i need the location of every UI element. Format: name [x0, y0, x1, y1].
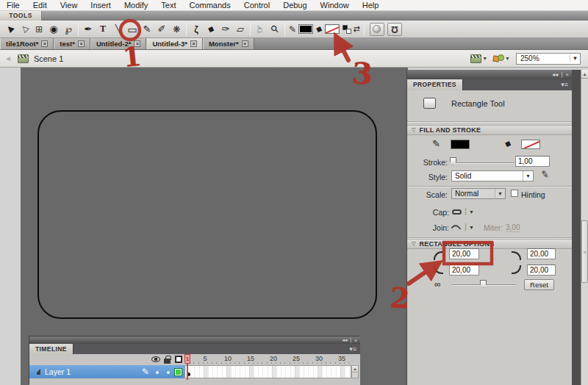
- hand-tool[interactable]: ☞: [253, 22, 268, 37]
- tab-close-icon[interactable]: ×: [190, 40, 197, 47]
- section-collapse-icon[interactable]: ▽: [412, 127, 416, 133]
- menu-item-debug[interactable]: Debug: [276, 0, 313, 11]
- tools-panel-tab[interactable]: TOOLS: [0, 11, 42, 21]
- zoom-tool[interactable]: ⚲: [268, 22, 282, 37]
- document-tab-test[interactable]: test*×: [54, 38, 90, 49]
- scroll-up-arrow-icon[interactable]: ▲: [581, 70, 588, 79]
- edit-symbols-button[interactable]: ▼: [493, 54, 510, 63]
- menu-item-help[interactable]: Help: [356, 0, 386, 11]
- menu-item-modify[interactable]: Modify: [118, 0, 154, 11]
- corner-radius-top-left-input[interactable]: [449, 248, 479, 259]
- corner-radius-slider-thumb[interactable]: [480, 280, 487, 288]
- stroke-weight-input[interactable]: [515, 156, 550, 167]
- scroll-up-arrow-icon[interactable]: ▲: [352, 366, 358, 373]
- selection-tool[interactable]: ▶: [2, 22, 17, 37]
- zoom-level-dropdown[interactable]: 250% ▼: [516, 53, 581, 65]
- layer-row[interactable]: Layer 1 ✎: [29, 365, 184, 378]
- default-colors-icon[interactable]: [343, 25, 351, 34]
- stroke-color-swatch[interactable]: [451, 140, 470, 149]
- edit-stroke-style-icon[interactable]: ✎: [540, 168, 550, 181]
- corner-radius-bottom-right-input[interactable]: [527, 265, 556, 276]
- panel-menu-icon[interactable]: ▾≡: [561, 79, 572, 90]
- bone-tool[interactable]: ζ: [189, 22, 204, 37]
- document-tab-monster[interactable]: Monster*×: [203, 38, 254, 49]
- brush-tool[interactable]: ✐: [154, 22, 169, 37]
- timeline-scrollbar[interactable]: ▲: [351, 365, 359, 378]
- tab-close-icon[interactable]: ×: [78, 40, 85, 47]
- stroke-color-control[interactable]: ✎: [289, 24, 313, 35]
- stroke-scale-dropdown[interactable]: Normal ▼: [451, 188, 506, 199]
- document-tab-tile1root[interactable]: tile1Root*×: [0, 38, 54, 49]
- panel-menu-icon[interactable]: ▾≡: [349, 344, 360, 354]
- menu-item-commands[interactable]: Commands: [182, 0, 237, 11]
- stroke-slider-track[interactable]: [453, 162, 514, 164]
- show-hide-layers-icon[interactable]: [151, 356, 160, 362]
- hinting-checkbox[interactable]: [511, 190, 518, 197]
- fill-no-color-swatch[interactable]: [521, 140, 540, 149]
- properties-scrollbar[interactable]: ▲ ≡: [581, 70, 588, 385]
- lasso-tool[interactable]: ℘: [61, 22, 76, 37]
- reset-button[interactable]: Reset: [524, 279, 554, 290]
- fill-bucket-icon[interactable]: ◆: [503, 138, 512, 149]
- collapse-panel-icon[interactable]: ◂◂: [552, 71, 558, 78]
- scrollbar-thumb[interactable]: ≡: [581, 220, 588, 283]
- document-tab-untitled-2[interactable]: Untitled-2*×: [90, 38, 147, 49]
- swap-colors-icon[interactable]: ⇄: [354, 24, 360, 34]
- rectangle-options-section-header[interactable]: ▽ RECTANGLE OPTIONS: [407, 239, 572, 249]
- snap-to-objects-toggle[interactable]: Ω: [387, 23, 402, 36]
- eraser-tool[interactable]: ▱: [233, 22, 248, 37]
- document-tab-untitled-3[interactable]: Untitled-3*×: [146, 38, 203, 49]
- layer-outline-icon[interactable]: [175, 356, 182, 363]
- properties-tab[interactable]: PROPERTIES: [407, 79, 463, 90]
- lock-layers-icon[interactable]: [164, 359, 171, 364]
- menu-item-file[interactable]: File: [0, 0, 26, 11]
- tab-close-icon[interactable]: ×: [41, 40, 48, 47]
- back-arrow-icon[interactable]: ◄: [4, 54, 12, 62]
- zoom-dropdown-arrow-icon[interactable]: ▼: [570, 55, 580, 62]
- close-panel-icon[interactable]: ×: [565, 71, 569, 78]
- menu-item-text[interactable]: Text: [154, 0, 182, 11]
- close-panel-icon[interactable]: ×: [354, 338, 357, 343]
- edit-scene-button[interactable]: ▼: [470, 54, 487, 63]
- eyedropper-tool[interactable]: ✑: [218, 22, 233, 37]
- subselection-tool[interactable]: ▷: [17, 22, 32, 37]
- 3d-rotation-tool[interactable]: ◉: [46, 22, 61, 37]
- miter-value[interactable]: 3,00: [506, 223, 520, 232]
- fill-and-stroke-section-header[interactable]: ▽ FILL AND STROKE: [407, 125, 572, 135]
- timeline-tab[interactable]: TIMELINE: [29, 344, 74, 354]
- dropdown-arrow-icon[interactable]: ▼: [523, 171, 533, 181]
- line-tool[interactable]: ╲: [110, 22, 125, 37]
- stroke-slider-thumb[interactable]: [450, 157, 456, 165]
- menu-item-control[interactable]: Control: [237, 0, 276, 11]
- tab-close-icon[interactable]: ×: [242, 40, 248, 47]
- text-tool[interactable]: T: [96, 22, 110, 37]
- pencil-tool[interactable]: ✎: [140, 22, 154, 37]
- paint-bucket-tool[interactable]: ◆: [204, 22, 218, 37]
- join-dropdown-arrow-icon[interactable]: ▼: [469, 225, 474, 230]
- fill-no-color-swatch[interactable]: [325, 24, 340, 34]
- stroke-style-dropdown[interactable]: Solid ▼: [451, 170, 534, 181]
- menu-item-view[interactable]: View: [54, 0, 85, 11]
- rectangle-tool[interactable]: ▭: [125, 22, 140, 37]
- frames-grid[interactable]: [184, 365, 351, 378]
- fill-color-control[interactable]: ◆: [316, 24, 339, 34]
- cap-dropdown-arrow-icon[interactable]: ▼: [469, 209, 474, 215]
- layer-outline-color-swatch[interactable]: [174, 368, 182, 376]
- layer-name-label[interactable]: Layer 1: [45, 367, 71, 376]
- cap-style-icon[interactable]: [452, 209, 462, 215]
- corner-radius-top-right-input[interactable]: [527, 248, 556, 259]
- layer-visibility-dot[interactable]: [156, 371, 159, 374]
- stroke-color-swatch[interactable]: [298, 24, 313, 34]
- tab-close-icon[interactable]: ×: [134, 40, 140, 47]
- layer-lock-dot[interactable]: [167, 371, 170, 374]
- free-transform-tool[interactable]: ⊞: [32, 22, 46, 37]
- lock-corner-radius-icon[interactable]: ∞: [434, 279, 441, 289]
- join-style-icon[interactable]: [451, 223, 461, 233]
- object-drawing-toggle[interactable]: [370, 23, 384, 36]
- collapse-panel-icon[interactable]: ◂◂: [342, 337, 347, 343]
- section-collapse-icon[interactable]: ▽: [412, 241, 416, 247]
- corner-radius-bottom-left-input[interactable]: [449, 265, 479, 276]
- menu-item-window[interactable]: Window: [314, 0, 356, 11]
- deco-tool[interactable]: ❋: [169, 22, 184, 37]
- pen-tool[interactable]: ✒: [81, 22, 96, 37]
